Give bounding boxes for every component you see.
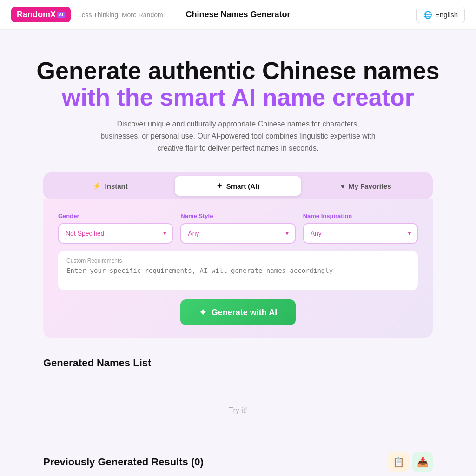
name-inspiration-select-wrapper: Any Nature Virtue Prosperity ▼ <box>303 223 418 244</box>
name-style-group: Name Style Any Traditional Modern Poetic… <box>180 212 295 244</box>
tab-instant-label: Instant <box>105 182 128 190</box>
gender-select[interactable]: Not Specified Male Female <box>58 223 173 244</box>
tabs-wrapper: ⚡ Instant ✦ Smart (AI) ♥ My Favorites <box>43 172 433 199</box>
tab-instant[interactable]: ⚡ Instant <box>47 176 173 196</box>
language-label: English <box>435 11 458 19</box>
custom-requirements-box: Custom Requirements <box>58 251 418 290</box>
prev-results-title: Previously Generated Results (0) <box>43 456 204 468</box>
logo-text: RandomX <box>17 10 56 20</box>
download-results-button[interactable]: 📥 <box>412 452 433 472</box>
prev-results-section: Previously Generated Results (0) 📋 📥 No … <box>36 452 440 476</box>
tab-smart-ai[interactable]: ✦ Smart (AI) <box>175 176 301 196</box>
tab-favorites[interactable]: ♥ My Favorites <box>303 176 429 196</box>
generate-btn-wrapper: ✦ Generate with AI <box>58 299 418 325</box>
results-section: Generated Names List Try it! <box>36 357 440 443</box>
generate-button[interactable]: ✦ Generate with AI <box>180 299 296 325</box>
form-row-dropdowns: Gender Not Specified Male Female ▼ Name … <box>58 212 418 244</box>
hero-title-line2: with the smart AI name creator <box>62 84 414 111</box>
tab-favorites-label: My Favorites <box>349 182 391 190</box>
hero-title-line1: Generate authentic Chinese names <box>37 57 440 84</box>
header-page-title: Chinese Names Generator <box>185 10 290 20</box>
download-icon: 📥 <box>417 456 429 468</box>
custom-requirements-input[interactable] <box>66 267 410 282</box>
generate-button-label: Generate with AI <box>212 308 277 317</box>
language-button[interactable]: 🌐 English <box>416 7 465 23</box>
copy-results-button[interactable]: 📋 <box>388 452 409 472</box>
hero-section: Generate authentic Chinese names with th… <box>0 30 476 172</box>
copy-icon: 📋 <box>393 456 404 468</box>
custom-requirements-label: Custom Requirements <box>66 258 410 264</box>
name-style-select-wrapper: Any Traditional Modern Poetic ▼ <box>180 223 295 244</box>
name-inspiration-group: Name Inspiration Any Nature Virtue Prosp… <box>303 212 418 244</box>
gender-select-wrapper: Not Specified Male Female ▼ <box>58 223 173 244</box>
results-section-title: Generated Names List <box>43 357 433 369</box>
tool-container: ⚡ Instant ✦ Smart (AI) ♥ My Favorites Ge… <box>36 172 440 338</box>
name-style-select[interactable]: Any Traditional Modern Poetic <box>180 223 295 244</box>
form-panel: Gender Not Specified Male Female ▼ Name … <box>43 199 433 338</box>
name-style-label: Name Style <box>180 212 295 219</box>
heart-icon: ♥ <box>341 182 345 190</box>
prev-results-actions: 📋 📥 <box>388 452 433 472</box>
tab-smart-label: Smart (AI) <box>226 182 260 190</box>
name-inspiration-label: Name Inspiration <box>303 212 418 219</box>
prev-results-header: Previously Generated Results (0) 📋 📥 <box>43 452 433 472</box>
hero-heading: Generate authentic Chinese names with th… <box>11 58 465 111</box>
name-inspiration-select[interactable]: Any Nature Virtue Prosperity <box>303 223 418 244</box>
sparkle-icon: ✦ <box>217 182 223 190</box>
logo-ai-badge: AI <box>57 12 65 18</box>
logo: RandomX AI <box>11 7 71 22</box>
bolt-icon: ⚡ <box>93 182 101 190</box>
header: RandomX AI Less Thinking, More Random Ch… <box>0 0 476 30</box>
generate-sparkle-icon: ✦ <box>199 307 207 318</box>
results-empty-text: Try it! <box>43 378 433 443</box>
hero-description: Discover unique and culturally appropria… <box>99 118 377 154</box>
gender-label: Gender <box>58 212 173 219</box>
gender-group: Gender Not Specified Male Female ▼ <box>58 212 173 244</box>
translate-icon: 🌐 <box>423 11 432 19</box>
